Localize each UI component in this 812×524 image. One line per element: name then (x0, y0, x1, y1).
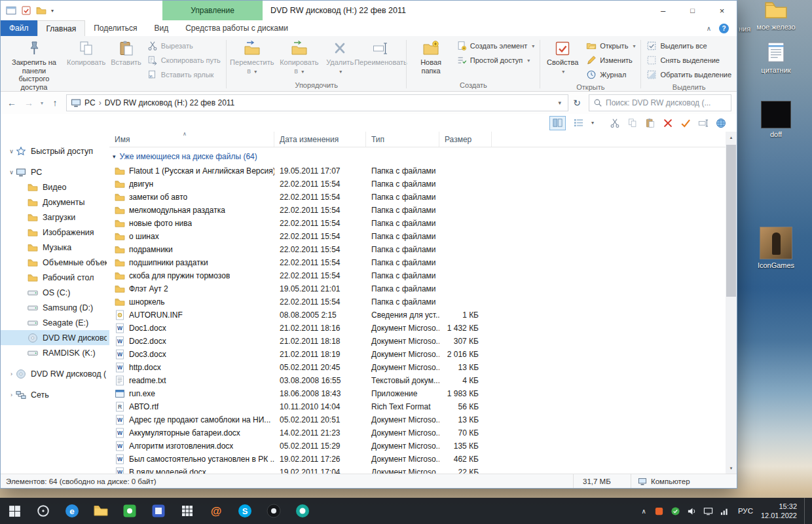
scroll-up-button[interactable]: ▲ (726, 132, 737, 143)
file-row[interactable]: WDoc3.docx21.02.2011 18:19Документ Micro… (109, 348, 726, 361)
scrollbar-track[interactable] (726, 143, 737, 462)
breadcrumb[interactable]: PC › DVD RW дисковод (H:) 22 фев 2011 ▾ (66, 94, 568, 111)
file-row[interactable]: подрамники22.02.2011 15:54Папка с файлам… (109, 243, 726, 256)
sidebar-item[interactable]: ∨PC (1, 164, 109, 179)
edit-button[interactable]: Изменить (584, 54, 637, 66)
maximize-button[interactable]: □ (678, 1, 707, 20)
file-row[interactable]: RАВТО.rtf10.11.2010 14:04Rich Text Forma… (109, 400, 726, 413)
desktop-icon[interactable]: IconGames (745, 227, 807, 269)
history-button[interactable]: Журнал (584, 69, 637, 81)
contextual-tab-group[interactable]: Управление (162, 1, 263, 20)
sidebar-item[interactable]: Документы (1, 195, 109, 210)
file-explorer-icon[interactable] (86, 498, 115, 524)
tab-disc-tools[interactable]: Средства работы с дисками (177, 20, 297, 36)
move-to-button[interactable]: Переместить в ▾ (229, 38, 276, 77)
scroll-down-button[interactable]: ▼ (726, 462, 737, 474)
language-indicator[interactable]: РУС (736, 507, 755, 515)
file-row[interactable]: мелкомодульная раздатка22.02.2011 15:54П… (109, 204, 726, 217)
easy-access-button[interactable]: Простой доступ▾ (454, 54, 537, 66)
select-all-button[interactable]: Выделить все (644, 40, 733, 52)
sidebar-item[interactable]: RAMDISK (K:) (1, 345, 109, 360)
copy-button[interactable]: Копировать (64, 38, 108, 69)
toolbar-cut-button[interactable] (608, 117, 621, 130)
new-folder-button[interactable]: Новая папка (409, 38, 452, 77)
column-header-0[interactable]: Имя (109, 132, 274, 147)
app-grid-icon[interactable] (173, 498, 202, 524)
forward-button[interactable]: → (20, 95, 37, 111)
history-dropdown[interactable]: ▾ (37, 95, 46, 111)
chevron-down-icon[interactable]: ∨ (7, 169, 16, 176)
file-row[interactable]: WАдрес где продают самоблоки на НИ...05.… (109, 413, 726, 426)
close-button[interactable]: × (707, 1, 737, 20)
sidebar-item[interactable]: Музыка (1, 240, 109, 255)
skype-icon[interactable]: S (231, 498, 259, 524)
sidebar-item[interactable]: Объемные объект... (1, 255, 109, 270)
sidebar-item[interactable]: Seagate (E:) (1, 315, 109, 330)
file-row[interactable]: Whttp.docx05.02.2011 20:45Документ Micro… (109, 361, 726, 374)
toolbar-rename-button[interactable] (697, 117, 710, 130)
breadcrumb-path[interactable]: DVD RW дисковод (H:) 22 фев 2011 (105, 98, 235, 107)
app-blue-icon[interactable] (144, 498, 173, 524)
chevron-right-icon[interactable]: › (7, 371, 16, 377)
file-row[interactable]: WБыл самостоятельно установлен в РК ...1… (109, 453, 726, 466)
sidebar-item[interactable]: ∨Быстрый доступ (1, 143, 109, 159)
file-row[interactable]: новые фото нива22.02.2011 15:54Папка с ф… (109, 217, 726, 230)
tray-app-orange-icon[interactable] (654, 506, 665, 517)
select-none-button[interactable]: Снять выделение (644, 54, 733, 66)
browser-edge-icon[interactable]: e (58, 498, 86, 524)
antivirus-green-icon[interactable] (670, 506, 681, 517)
file-row[interactable]: WАккумуляторные батареи.docx14.02.2011 2… (109, 426, 726, 440)
chevron-down-icon[interactable]: ∨ (7, 148, 16, 155)
sidebar-item[interactable]: Загрузки (1, 210, 109, 225)
file-row[interactable]: Flatout 1 (Русская и Английская Версия)1… (109, 164, 726, 178)
tab-view[interactable]: Вид (145, 20, 177, 36)
file-row[interactable]: шноркель22.02.2011 15:54Папка с файлами (109, 295, 726, 309)
hidden-icons-button[interactable]: ∧ (640, 508, 648, 515)
collapse-group-icon[interactable]: ▾ (113, 153, 116, 160)
properties-button[interactable]: Свойства ▾ (542, 38, 583, 77)
start-button[interactable] (0, 498, 29, 524)
clock[interactable]: 15:32 12.01.2022 (761, 502, 798, 521)
show-desktop-button[interactable] (804, 498, 808, 524)
toolbar-copy-button[interactable] (626, 117, 639, 130)
sidebar-item[interactable]: Рабочий стол (1, 270, 109, 285)
tab-share[interactable]: Поделиться (85, 20, 145, 36)
qat-customize-dropdown[interactable]: ▾ (51, 8, 54, 14)
file-row[interactable]: о шинах22.02.2011 15:54Папка с файлами (109, 230, 726, 243)
toolbar-delete-button[interactable] (661, 117, 674, 130)
sidebar-item[interactable]: OS (C:) (1, 285, 109, 300)
file-row[interactable]: WDoc2.docx21.02.2011 18:18Документ Micro… (109, 335, 726, 348)
up-button[interactable]: ↑ (46, 95, 64, 111)
volume-icon[interactable] (686, 506, 697, 517)
sidebar-item[interactable]: Видео (1, 179, 109, 195)
help-button[interactable]: ? (719, 24, 729, 33)
new-item-button[interactable]: Создать элемент▾ (454, 40, 537, 52)
sidebar-item[interactable]: Samsung (D:) (1, 300, 109, 315)
search-input[interactable] (606, 98, 727, 107)
file-row[interactable]: заметки об авто22.02.2011 15:54Папка с ф… (109, 191, 726, 204)
toolbar-network-button[interactable] (714, 117, 728, 130)
cut-button[interactable]: Вырезать (145, 40, 223, 52)
column-header-1[interactable]: Дата изменения (274, 132, 366, 147)
delete-button[interactable]: Удалить ▾ (323, 38, 358, 77)
refresh-button[interactable]: ↻ (568, 94, 585, 111)
desktop-icon[interactable]: мое железо (745, 0, 807, 31)
tab-home[interactable]: Главная (37, 20, 86, 36)
tab-file[interactable]: Файл (1, 20, 37, 36)
vertical-scrollbar[interactable]: ▲ ▼ (726, 132, 737, 474)
qat-properties-icon[interactable] (21, 5, 31, 16)
breadcrumb-separator-icon[interactable]: › (99, 98, 101, 107)
file-row[interactable]: подшипники раздатки22.02.2011 15:54Папка… (109, 256, 726, 269)
ribbon-collapse-button[interactable]: ∧ (707, 25, 711, 32)
pin-to-quick-access-button[interactable]: Закрепить на панели быстрого доступа (4, 38, 64, 94)
toolbar-apply-button[interactable] (679, 117, 692, 130)
chevron-right-icon[interactable]: › (7, 392, 16, 398)
view-panes-button[interactable] (549, 116, 566, 130)
app-dark-icon[interactable] (259, 498, 288, 524)
app-green-icon[interactable] (115, 498, 144, 524)
column-header-3[interactable]: Размер (439, 132, 492, 147)
minimize-button[interactable]: – (648, 1, 678, 20)
search-button[interactable] (29, 498, 58, 524)
view-details-button[interactable] (570, 116, 587, 130)
file-row[interactable]: WDoc1.docx21.02.2011 18:16Документ Micro… (109, 322, 726, 335)
